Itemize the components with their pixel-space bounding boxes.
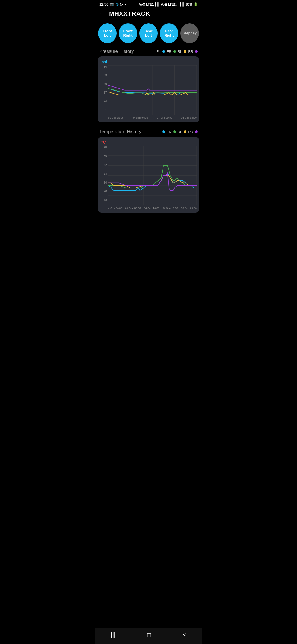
legend-rl-dot (184, 50, 186, 53)
tire-btn-fr[interactable]: FrontRight (119, 23, 137, 43)
pressure-x4: 04 Sep 14:30 (181, 116, 197, 119)
legend-fr-label: FR (167, 50, 171, 54)
temp-history-title: Temperature History (99, 129, 141, 135)
temp-legend-rr-dot (195, 130, 198, 133)
legend-fl-label: FL (156, 50, 161, 54)
pressure-x2: 04 Sep 04:30 (132, 116, 148, 119)
pressure-y-axis: 36 33 30 27 24 21 (99, 65, 108, 111)
y-label-36: 36 (104, 154, 107, 157)
status-right: Vo)) LTE1 ▌▌ Vo)) LTE2↓↑ ▌▌ 80% 🔋 (139, 2, 198, 6)
temp-history-header: Temperature History FL FR RL RR (95, 128, 202, 137)
y-label-36: 36 (104, 65, 107, 68)
temp-y-axis: 40 36 32 28 24 20 16 (99, 146, 108, 202)
status-bar: 12:50 📷 S ▷ Vo)) LTE1 ▌▌ Vo)) LTE2↓↑ ▌▌ … (95, 0, 202, 7)
temp-unit: °C (99, 140, 197, 144)
y-label-16: 16 (104, 199, 107, 202)
temp-legend-rl-dot (184, 130, 186, 133)
y-label-33: 33 (104, 74, 107, 77)
pressure-history-title: Pressure History (99, 49, 134, 54)
pressure-unit: psi (99, 60, 197, 64)
back-button[interactable]: ← (99, 10, 105, 17)
tire-btn-fl[interactable]: FrontLeft (98, 23, 117, 43)
temp-x4: 04 Sep 19:30 (163, 206, 178, 209)
status-time: 12:50 (99, 2, 108, 6)
temp-x-axis: 4 Sep 04:30 04 Sep 09:30 04 Sep 14:30 04… (108, 205, 197, 209)
camera-icon: 📷 (110, 2, 114, 6)
y-label-30: 30 (104, 83, 107, 86)
temp-chart-svg (108, 146, 197, 205)
y-label-32: 32 (104, 163, 107, 167)
legend-rr-label: RR (188, 50, 193, 54)
temp-legend: FL FR RL RR (156, 130, 198, 134)
y-label-24: 24 (104, 181, 107, 184)
y-label-28: 28 (104, 172, 107, 175)
tire-btn-stepney[interactable]: Stepney (180, 23, 199, 43)
pressure-chart-svg (108, 65, 197, 115)
pressure-x3: 04 Sep 09:30 (157, 116, 172, 119)
legend-fl-dot (162, 50, 165, 53)
temp-x5: 05 Sep 00:30 (181, 206, 197, 209)
dot-icon (125, 4, 126, 5)
status-left: 12:50 📷 S ▷ (99, 2, 126, 6)
tire-btn-rl[interactable]: RearLeft (139, 23, 158, 43)
pressure-x1: 03 Sep 23:30 (108, 116, 124, 119)
tire-buttons-group: FrontLeft FrontRight RearLeft RearRight … (95, 21, 202, 48)
lte1-label: Vo)) LTE1 (139, 2, 154, 6)
temp-x2: 04 Sep 09:30 (125, 206, 141, 209)
temp-legend-fr-dot (173, 130, 176, 133)
y-label-21: 21 (104, 108, 107, 111)
page-title: MHXXTRACK (109, 10, 150, 17)
signal1-icon: ▌▌ (155, 2, 160, 6)
legend-rr-dot (195, 50, 198, 53)
y-label-20: 20 (104, 190, 107, 193)
s-icon: S (116, 2, 119, 6)
header: ← MHXXTRACK (95, 7, 202, 21)
y-label-24: 24 (104, 100, 107, 103)
temp-x3: 04 Sep 14:30 (144, 206, 160, 209)
lte2-label: Vo)) LTE2↓↑ (161, 2, 179, 6)
legend-rl-label: RL (178, 50, 182, 54)
temp-chart-area: 40 36 32 28 24 20 16 (99, 146, 197, 209)
temp-legend-fl-dot (162, 130, 165, 133)
battery-icon: 🔋 (194, 2, 198, 6)
pressure-chart-container: psi 36 33 30 27 24 21 (98, 56, 199, 122)
temp-legend-fr-label: FR (167, 130, 171, 134)
temp-legend-rr-label: RR (188, 130, 193, 134)
temp-legend-rl-label: RL (178, 130, 182, 134)
temp-svg-wrap (108, 146, 197, 205)
play-icon: ▷ (120, 2, 123, 6)
temp-legend-fl-label: FL (156, 130, 161, 134)
temp-chart-container: °C 40 36 32 28 24 20 16 (98, 137, 199, 213)
pressure-legend: FL FR RL RR (156, 50, 198, 54)
y-label-40: 40 (104, 146, 107, 149)
temp-x1: 4 Sep 04:30 (108, 206, 122, 209)
signal2-icon: ▌▌ (180, 2, 185, 6)
tire-btn-rr[interactable]: RearRight (160, 23, 178, 43)
legend-fr-dot (173, 50, 176, 53)
pressure-history-header: Pressure History FL FR RL RR (95, 48, 202, 56)
pressure-x-axis: 03 Sep 23:30 04 Sep 04:30 04 Sep 09:30 0… (108, 115, 197, 119)
pressure-chart-area: 36 33 30 27 24 21 (99, 65, 197, 119)
pressure-svg-wrap (108, 65, 197, 115)
y-label-27: 27 (104, 91, 107, 94)
battery-level: 80% (186, 2, 193, 6)
